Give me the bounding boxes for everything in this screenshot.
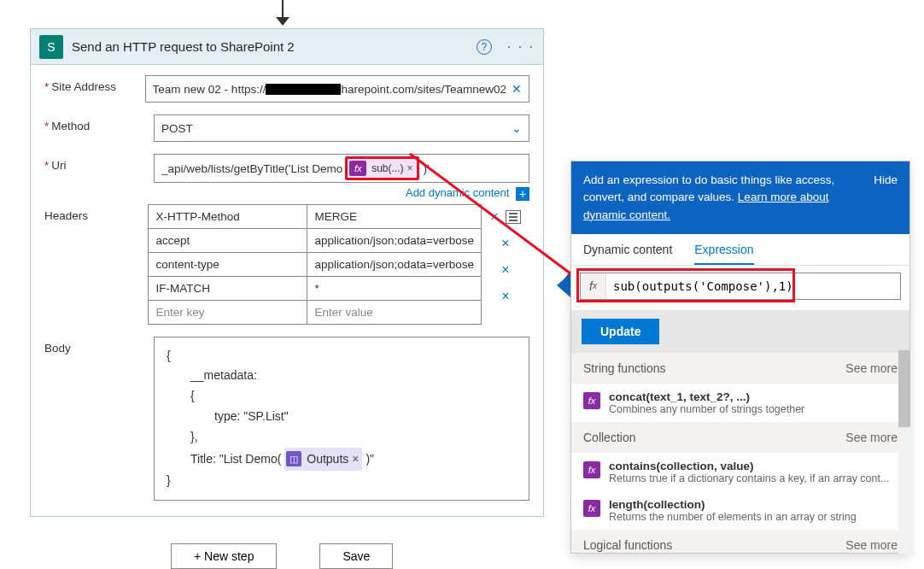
header-value-input[interactable]: Enter value xyxy=(307,301,481,324)
save-button[interactable]: Save xyxy=(319,543,393,569)
function-concat[interactable]: fx concat(text_1, text_2?, ...) Combines… xyxy=(571,384,909,422)
tab-dynamic-content[interactable]: Dynamic content xyxy=(583,243,672,265)
add-dynamic-content-link[interactable]: Add dynamic content xyxy=(406,186,509,199)
section-collection: Collection See more xyxy=(571,422,909,453)
tab-expression[interactable]: Expression xyxy=(694,243,753,265)
fx-icon: fx xyxy=(581,273,606,299)
action-title: Send an HTTP request to SharePoint 2 xyxy=(72,39,477,54)
body-label: Body xyxy=(44,337,154,355)
header-value-input[interactable]: * xyxy=(307,277,481,300)
scrollbar-thumb[interactable] xyxy=(898,350,910,427)
header-row: IF-MATCH * xyxy=(149,276,481,300)
function-length[interactable]: fx length(collection) Returns the number… xyxy=(571,491,909,530)
see-more-link[interactable]: See more xyxy=(845,361,898,375)
header-row-new: Enter key Enter value xyxy=(149,300,481,324)
method-row: *Method POST ⌄ xyxy=(44,114,529,142)
function-contains[interactable]: fx contains(collection, value) Returns t… xyxy=(571,453,909,491)
uri-label: *Uri xyxy=(44,154,154,172)
help-icon[interactable]: ? xyxy=(477,39,492,55)
headers-label: Headers xyxy=(44,204,148,222)
more-menu-icon[interactable]: · · · xyxy=(507,39,535,55)
header-key-input[interactable]: content-type xyxy=(149,253,307,276)
remove-header-icon[interactable]: × xyxy=(501,289,509,304)
remove-header-icon[interactable]: × xyxy=(501,262,509,278)
popup-pointer xyxy=(557,273,570,297)
see-more-link[interactable]: See more xyxy=(845,538,898,552)
header-value-input[interactable]: application/json;odata=verbose xyxy=(307,229,481,252)
remove-token-icon[interactable]: × xyxy=(407,162,413,174)
expression-input[interactable] xyxy=(606,273,900,299)
header-row: X-HTTP-Method MERGE xyxy=(149,205,481,228)
sharepoint-icon: S xyxy=(39,35,63,59)
body-row: Body { __metadata: { type: "SP.List" }, … xyxy=(44,337,529,502)
body-editor[interactable]: { __metadata: { type: "SP.List" }, Title… xyxy=(154,337,529,502)
method-dropdown[interactable]: POST ⌄ xyxy=(154,114,529,142)
chevron-down-icon: ⌄ xyxy=(512,121,522,135)
site-address-dropdown[interactable]: Team new 02 - https://harepoint.com/site… xyxy=(145,75,529,103)
header-key-input[interactable]: accept xyxy=(149,229,307,252)
header-key-input[interactable]: IF-MATCH xyxy=(149,277,307,300)
new-step-button[interactable]: + New step xyxy=(171,543,277,569)
see-more-link[interactable]: See more xyxy=(845,431,898,444)
header-key-input[interactable]: X-HTTP-Method xyxy=(149,205,307,228)
headers-row: Headers X-HTTP-Method MERGE accept appli… xyxy=(44,204,529,325)
popup-tabs: Dynamic content Expression xyxy=(571,234,909,265)
chevron-down-icon: ✕ xyxy=(512,82,522,96)
compose-icon: ◫ xyxy=(286,451,301,466)
fx-icon: fx xyxy=(583,500,600,517)
flow-connector-arrow xyxy=(273,0,294,29)
site-address-row: *Site Address Team new 02 - https://hare… xyxy=(44,75,529,103)
fx-icon: fx xyxy=(583,461,600,478)
section-string-functions: String functions See more xyxy=(571,353,909,384)
action-card: S Send an HTTP request to SharePoint 2 ?… xyxy=(30,28,544,517)
site-address-label: *Site Address xyxy=(44,75,145,93)
redacted-tenant xyxy=(266,84,341,95)
fx-icon: fx xyxy=(583,392,600,409)
remove-header-icon[interactable]: × xyxy=(490,209,498,225)
fx-icon: fx xyxy=(349,161,366,176)
header-value-input[interactable]: MERGE xyxy=(307,205,481,228)
header-value-input[interactable]: application/json;odata=verbose xyxy=(307,253,481,276)
popup-intro: Add an expression to do basic things lik… xyxy=(571,161,909,234)
uri-input[interactable]: _api/web/lists/getByTitle('List Demo fx … xyxy=(154,154,529,183)
uri-expression-token[interactable]: fx sub(...) × xyxy=(345,156,418,180)
remove-token-icon[interactable]: × xyxy=(352,449,359,470)
outputs-dynamic-token[interactable]: ◫ Outputs × xyxy=(284,448,362,472)
uri-row: *Uri _api/web/lists/getByTitle('List Dem… xyxy=(44,154,529,201)
header-row: accept application/json;odata=verbose xyxy=(149,228,481,252)
header-key-input[interactable]: Enter key xyxy=(149,301,307,324)
section-logical-functions: Logical functions See more xyxy=(571,530,909,553)
update-button[interactable]: Update xyxy=(582,319,659,344)
header-row: content-type application/json;odata=verb… xyxy=(149,252,481,276)
remove-header-icon[interactable]: × xyxy=(501,236,509,251)
plus-icon[interactable]: + xyxy=(516,187,529,201)
method-label: *Method xyxy=(44,114,154,132)
action-card-header[interactable]: S Send an HTTP request to SharePoint 2 ?… xyxy=(31,29,543,65)
expression-popup: Add an expression to do basic things lik… xyxy=(570,161,910,554)
switch-to-text-mode-icon[interactable] xyxy=(506,210,521,224)
hide-popup-button[interactable]: Hide xyxy=(874,172,898,224)
